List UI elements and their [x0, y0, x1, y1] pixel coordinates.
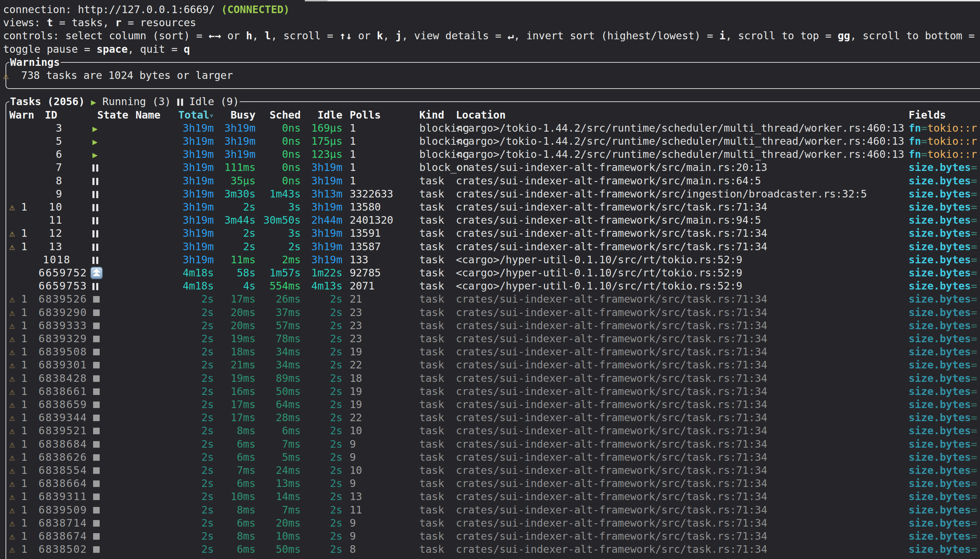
cell-location: crates/sui-indexer-alt-framework/src/ing…	[456, 187, 867, 200]
cell-fields: size.bytes=	[909, 530, 977, 543]
cell-total: 2s	[155, 517, 214, 530]
table-row[interactable]: ⚠1123h19m2s3s3h19m13591taskcrates/sui-in…	[0, 227, 980, 240]
table-row[interactable]: ⚠168385542s7ms24ms2s10taskcrates/sui-ind…	[0, 464, 980, 477]
key-hint: l	[265, 30, 271, 42]
state-idle-icon	[90, 161, 104, 174]
table-row[interactable]: 66597524m18s58s1m57s1m22s92785task<cargo…	[0, 266, 980, 280]
cell-busy: 3h19m	[217, 148, 255, 161]
table-row[interactable]: ⚠168393442s17ms28ms2s22taskcrates/sui-in…	[0, 411, 980, 424]
cell-fields: size.bytes=	[909, 385, 977, 398]
cell-busy: 2s	[217, 240, 255, 253]
table-row[interactable]: ⚠168395092s8ms7ms2s11taskcrates/sui-inde…	[0, 503, 980, 517]
table-row[interactable]: ⚠168393332s20ms57ms2s23taskcrates/sui-in…	[0, 319, 980, 332]
cell-polls: 13	[350, 490, 362, 503]
table-row[interactable]: ⚠1133h19m2s2s3h19m13587taskcrates/sui-in…	[0, 240, 980, 253]
cell-kind: task	[419, 214, 444, 227]
cell-location: crates/sui-indexer-alt-framework/src/tas…	[456, 424, 767, 437]
cell-fields: size.bytes=	[909, 240, 977, 253]
table-row[interactable]: ⚠168384282s19ms89ms2s18taskcrates/sui-in…	[0, 372, 980, 385]
warnings-panel-title: Warnings	[9, 56, 61, 69]
header-text: , scroll =	[271, 30, 339, 42]
cell-kind: task	[419, 517, 444, 530]
col-header-location[interactable]: Location	[456, 109, 506, 122]
cell-busy: 6ms	[217, 517, 255, 530]
col-header-state[interactable]: State	[97, 109, 128, 122]
cell-location: crates/sui-indexer-alt-framework/src/tas…	[456, 332, 767, 345]
table-row[interactable]: 5▶3h19m3h19m0ns175µs1blocking<cargo>/tok…	[0, 135, 980, 148]
table-row[interactable]: ⚠168393292s19ms78ms2s23taskcrates/sui-in…	[0, 332, 980, 345]
table-row[interactable]: ⚠168395212s8ms6ms2s10taskcrates/sui-inde…	[0, 424, 980, 437]
cell-fields: fn=tokio::r	[909, 148, 977, 161]
warning-text	[8, 69, 21, 81]
table-row[interactable]: ⚠168386612s16ms50ms2s19taskcrates/sui-in…	[0, 385, 980, 398]
cell-idle: 3h19m	[303, 200, 343, 214]
cell-idle: 123µs	[303, 148, 343, 161]
table-row[interactable]: 73h19m111ms0ns3h19m1block_oncrates/sui-i…	[0, 161, 980, 174]
field-key: size.bytes	[909, 188, 971, 200]
col-header-total[interactable]: Total▿	[155, 109, 214, 122]
cell-location: <cargo>/tokio-1.44.2/src/runtime/schedul…	[456, 122, 904, 135]
table-row[interactable]: ⚠168392902s20ms37ms2s23taskcrates/sui-in…	[0, 306, 980, 319]
table-row[interactable]: ⚠168386592s17ms64ms2s19taskcrates/sui-in…	[0, 398, 980, 411]
cell-total: 2s	[155, 398, 214, 411]
col-header-kind[interactable]: Kind	[419, 109, 444, 122]
cell-location: crates/sui-indexer-alt-framework/src/tas…	[456, 398, 767, 411]
field-key: size.bytes	[909, 543, 971, 555]
header-text: ,	[383, 30, 396, 42]
cell-polls: 22	[350, 411, 362, 424]
table-row[interactable]: 3▶3h19m3h19m0ns169µs1blocking<cargo>/tok…	[0, 122, 980, 135]
field-equals: =	[971, 280, 977, 292]
cell-kind: task	[419, 385, 444, 398]
col-header-sched[interactable]: Sched	[258, 109, 301, 122]
table-row[interactable]: ⚠168386262s6ms5ms2s9taskcrates/sui-index…	[0, 451, 980, 464]
col-header-busy[interactable]: Busy	[217, 109, 255, 122]
cell-total: 3h19m	[155, 240, 214, 253]
col-header-idle[interactable]: Idle	[303, 109, 343, 122]
key-hint: (CONNECTED)	[221, 3, 290, 15]
table-row[interactable]: ⚠168395262s17ms26ms2s21taskcrates/sui-in…	[0, 293, 980, 306]
col-header-id[interactable]: ID	[45, 109, 57, 122]
header-text: or	[221, 30, 246, 42]
cell-sched: 30m50s	[258, 214, 301, 227]
cell-location: crates/sui-indexer-alt-framework/src/tas…	[456, 306, 767, 319]
table-row[interactable]: ⚠168387142s6ms20ms2s9taskcrates/sui-inde…	[0, 517, 980, 530]
col-header-warn[interactable]: Warn	[9, 109, 34, 122]
cell-sched: 28ms	[258, 411, 301, 424]
cell-busy: 4s	[217, 280, 255, 293]
table-row[interactable]: 6▶3h19m3h19m0ns123µs1blocking<cargo>/tok…	[0, 148, 980, 161]
table-row[interactable]: ⚠168386642s6ms13ms2s9taskcrates/sui-inde…	[0, 477, 980, 490]
cell-sched: 78ms	[258, 332, 301, 345]
cell-total: 3h19m	[155, 214, 214, 227]
field-key: size.bytes	[909, 464, 971, 476]
table-row[interactable]: ⚠168393112s10ms14ms2s13taskcrates/sui-in…	[0, 490, 980, 503]
cell-busy: 8ms	[217, 503, 255, 517]
table-row[interactable]: ⚠168386842s6ms7ms2s9taskcrates/sui-index…	[0, 438, 980, 451]
col-header-polls[interactable]: Polls	[350, 109, 381, 122]
cell-polls: 23	[350, 319, 362, 332]
col-header-fields[interactable]: Fields	[909, 109, 946, 122]
table-row[interactable]: ⚠168386742s8ms10ms2s9taskcrates/sui-inde…	[0, 530, 980, 543]
table-row[interactable]: ⚠168395082s18ms34ms2s19taskcrates/sui-in…	[0, 345, 980, 359]
state-idle-icon	[90, 214, 104, 227]
state-done-icon	[90, 477, 104, 490]
cell-fields: size.bytes=	[909, 174, 977, 187]
table-row[interactable]: 113h19m3m44s30m50s2h44m2401320taskcrates…	[0, 214, 980, 227]
table-row[interactable]: 83h19m35µs0ns3h19m1taskcrates/sui-indexe…	[0, 174, 980, 187]
table-row[interactable]: 66597534m18s4s554ms4m13s2071task<cargo>/…	[0, 280, 980, 293]
cell-busy: 17ms	[217, 293, 255, 306]
table-row[interactable]: ⚠168393012s21ms34ms2s22taskcrates/sui-in…	[0, 359, 980, 372]
table-row[interactable]: ⚠168385022s6ms50ms2s8taskcrates/sui-inde…	[0, 543, 980, 556]
key-hint: ←→	[209, 30, 221, 42]
table-row[interactable]: 10183h19m11ms2ms3h19m133task<cargo>/hype…	[0, 253, 980, 266]
cell-task-id: 6838554	[0, 464, 87, 477]
controls-line: controls: select column (sort) = ←→ or h…	[3, 29, 980, 42]
table-row[interactable]: 93h19m3m30s1m43s3h13m3322633taskcrates/s…	[0, 187, 980, 200]
table-row[interactable]: ⚠1103h19m2s3s3h19m13580taskcrates/sui-in…	[0, 200, 980, 214]
cell-fields: fn=tokio::r	[909, 135, 977, 148]
views-line: views: t = tasks, r = resources	[3, 16, 196, 29]
cell-sched: 554ms	[258, 280, 301, 293]
key-hint: ↑↓	[339, 30, 352, 42]
cell-idle: 2s	[303, 332, 343, 345]
cell-kind: task	[419, 174, 444, 187]
cell-polls: 21	[350, 293, 362, 306]
